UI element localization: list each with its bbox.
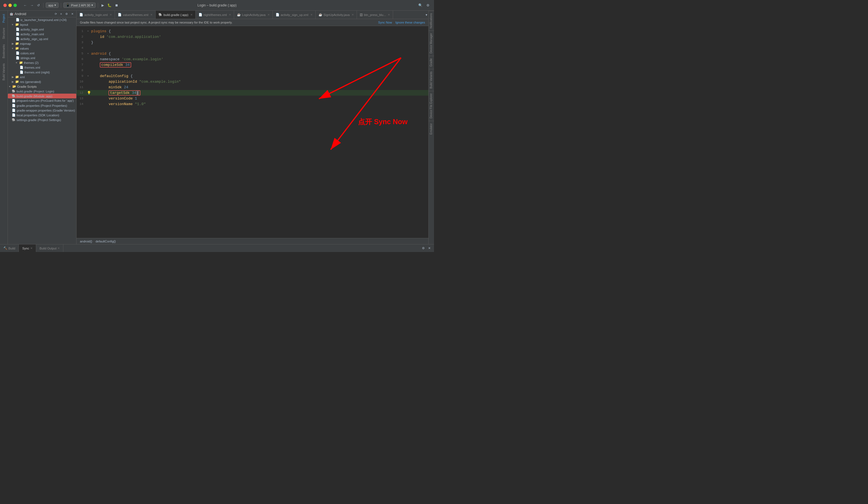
stop-button[interactable]: ⏹ [114,3,120,8]
sidebar-item-gradle-props[interactable]: 📄 gradle.properties (Project Properties) [8,103,76,108]
code-line-11: 11 minSdk 24 [76,84,428,90]
more-tabs-button[interactable]: ▾ [424,12,428,17]
sync-now-button[interactable]: Sync Now [378,21,392,24]
refresh-button[interactable]: ↺ [36,3,41,8]
folder-icon3: 📁 [15,47,19,50]
sidebar-item-gradle-wrapper[interactable]: 📄 gradle-wrapper.properties (Gradle Vers… [8,108,76,113]
editor-area: 📄 activity_login.xml ✕ 📄 values/themes.x… [76,11,428,244]
tab-close-icon2[interactable]: ✕ [150,13,153,16]
device-file-explorer-panel[interactable]: Device File Explorer [429,91,434,121]
tab-btn-press[interactable]: 🖼 btn_press_blu... ✕ [357,11,393,19]
code-line-6: 6 namespace 'com.example.login' [76,56,428,62]
tab-close-icon3[interactable]: ✕ [190,13,193,16]
sidebar-item-gradle-scripts[interactable]: ▾ 📂 Gradle Scripts [8,84,76,89]
tab-build-output[interactable]: Build Output ✕ [36,245,64,252]
close-bottom-btn[interactable]: ✕ [427,246,432,250]
code-line-14: 14 versionName "1.0" [76,101,428,107]
build-variants-tab[interactable]: Build Variants [1,61,7,83]
fold-icon3[interactable]: ▾ [87,74,91,78]
project-tab[interactable]: Project [1,12,7,25]
code-line-8: 8 [76,68,428,73]
tab-activity-login[interactable]: 📄 activity_login.xml ✕ [76,11,115,19]
tab-login-activity[interactable]: ☕ LoginActivity.java ✕ [234,11,273,19]
collapse-all-btn[interactable]: ≡ [59,12,63,16]
sidebar-item-build-gradle-project[interactable]: 🐘 build.gradle (Project: Login) [8,89,76,94]
fold-icon2[interactable]: ▾ [87,52,91,55]
sync-sidebar-btn[interactable]: ⟳ [53,12,58,16]
list-item[interactable]: 📄 activity_main.xml [8,32,76,37]
app-dropdown[interactable]: app ▾ [46,2,59,8]
gear-icon[interactable]: ⚙ [64,12,69,16]
sidebar-item-xml[interactable]: ▶ 📁 xml [8,74,76,79]
sidebar-item-build-gradle-app[interactable]: 🐘 build.gradle (Module :app) [8,94,76,99]
toolbar-separator3 [98,3,98,8]
run-button[interactable]: ▶ [100,3,105,8]
breadcrumb-android[interactable]: android{} [80,240,92,243]
back-button[interactable]: ← [22,3,28,8]
tab-close-icon8[interactable]: ✕ [388,13,390,16]
tab-close-icon[interactable]: ✕ [110,13,112,16]
ignore-changes-button[interactable]: Ignore these changes [395,21,425,24]
chevron-down-icon3: ▾ [16,61,19,64]
tab-close-icon4[interactable]: ✕ [229,13,231,16]
sidebar-item-layout[interactable]: ▾ 📁 layout [8,22,76,27]
sidebar-item-themes[interactable]: ▾ 📁 themes (2) [8,60,76,65]
list-item[interactable]: 📄 activity_login.xml [8,27,76,32]
tab-values-themes[interactable]: 📄 values/themes.xml ✕ [115,11,156,19]
breadcrumb-defaultconfig[interactable]: defaultConfig{} [96,240,116,243]
close-button[interactable] [3,4,7,7]
code-editor[interactable]: 1 ▾ plugins { 2 id 'com.android.applicat… [76,26,428,238]
debug-button[interactable]: 🐛 [106,3,113,8]
list-item[interactable]: 📄 themes.xml (night) [8,70,76,74]
device-manager-panel[interactable]: Device Manager [429,31,434,56]
tab-close-icon7[interactable]: ✕ [352,13,354,16]
fold-icon[interactable]: ▾ [87,29,91,33]
notifications-panel[interactable]: Notifications [429,11,434,31]
gradle-panel[interactable]: Gradle [429,56,434,69]
tab-signup-java[interactable]: ☕ SignUpActivity.java ✕ [316,11,357,19]
sidebar-item-local-props[interactable]: 📄 local.properties (SDK Location) [8,113,76,117]
sidebar-item-values[interactable]: ▾ 📁 values [8,46,76,51]
maximize-button[interactable] [13,4,17,7]
tab-close-icon6[interactable]: ✕ [310,13,313,16]
xml-icon6: 📄 [16,56,20,60]
sidebar-item-res-generated[interactable]: ▶ 📁 res (generated) [8,79,76,84]
list-item[interactable]: 📄 strings.xml [8,55,76,60]
java-tab-icon2: ☕ [319,13,322,17]
xml-tab-icon2: 📄 [118,13,122,17]
bookmarks-tab[interactable]: Bookmarks [1,42,7,61]
device-dropdown[interactable]: 📱 Pixel 2 API 30 ▾ [63,2,96,8]
sidebar-item-proguard[interactable]: 📄 proguard-rules.pro (ProGuard Rules for… [8,99,76,103]
bulb-icon[interactable]: 💡 [87,91,91,95]
structure-tab[interactable]: Structure [1,25,7,41]
close-sidebar-btn[interactable]: ✕ [70,12,75,16]
list-item[interactable]: 📄 themes.xml [8,65,76,70]
list-item[interactable]: 📄 ic_launcher_foreground.xml (×24) [8,17,76,22]
emulator-panel[interactable]: Emulator [429,121,434,137]
settings-bottom-btn[interactable]: ⚙ [421,246,426,250]
sidebar-item-mipmap[interactable]: ▶ 📁 mipmap [8,41,76,46]
search-button[interactable]: 🔍 [417,3,424,8]
code-line-1: 1 ▾ plugins { [76,28,428,34]
tab-signup-xml[interactable]: 📄 activity_sign_up.xml ✕ [273,11,316,19]
tab-close-icon5[interactable]: ✕ [268,13,270,16]
forward-button[interactable]: → [29,3,35,8]
pro-file-icon: 📄 [12,99,16,103]
list-item[interactable]: 📄 colors.xml [8,51,76,55]
minimize-button[interactable] [8,4,12,7]
bottom-tabs-bar: 🔨 Build Sync ✕ Build Output ✕ ⚙ ✕ [0,245,434,252]
sync-tab-close[interactable]: ✕ [30,247,32,250]
tab-build-gradle[interactable]: 🐘 build.gradle (:app) ✕ [156,11,196,19]
build-variants-panel[interactable]: Build Variants [429,69,434,91]
gradle-icon: 🐘 [12,90,16,93]
breadcrumb-bar: android{} › defaultConfig{} [76,238,428,244]
tab-sync[interactable]: Sync ✕ [19,245,36,252]
sidebar-item-settings-gradle[interactable]: 🐘 settings.gradle (Project Settings) [8,117,76,122]
sync-actions: Sync Now Ignore these changes [378,21,425,24]
gradle-tab-icon: 🐘 [158,13,162,17]
tab-build[interactable]: 🔨 Build [0,245,19,252]
list-item[interactable]: 📄 activity_sign_up.xml [8,37,76,41]
build-output-tab-close[interactable]: ✕ [58,247,60,250]
tab-night-themes[interactable]: 📄 night/themes.xml ✕ [196,11,234,19]
settings-button[interactable]: ⚙ [425,3,431,8]
